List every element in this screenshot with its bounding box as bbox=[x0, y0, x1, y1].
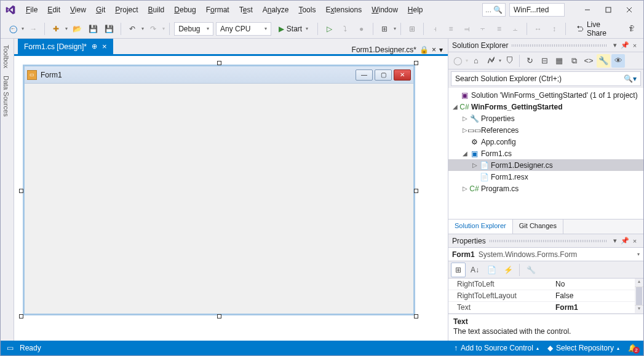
pin-icon[interactable]: ⊕ bbox=[92, 42, 97, 50]
hspace-button[interactable]: ↔ bbox=[531, 22, 545, 36]
prop-row[interactable]: TextForm1 bbox=[448, 302, 635, 314]
form-window[interactable]: ▭ Form1 — ▢ ✕ bbox=[23, 65, 415, 315]
se-code-icon[interactable]: <> bbox=[582, 54, 595, 68]
align-right-button[interactable]: ⫤ bbox=[460, 22, 474, 36]
form-minimize-button[interactable]: — bbox=[356, 69, 373, 81]
alphabetical-icon[interactable]: A↓ bbox=[467, 263, 482, 277]
form-close-button[interactable]: ✕ bbox=[394, 69, 411, 81]
tree-project[interactable]: ◢C#WinForms_GettingStarted bbox=[448, 101, 643, 113]
nav-fwd-button[interactable]: → bbox=[26, 22, 40, 36]
tree-solution[interactable]: ▣Solution 'WinForms_GettingStarted' (1 o… bbox=[448, 89, 643, 101]
resize-handle[interactable] bbox=[414, 314, 418, 318]
menu-analyze[interactable]: Analyze bbox=[258, 3, 293, 17]
start-debug-button[interactable]: ▶Start▾ bbox=[274, 22, 313, 36]
resize-handle[interactable] bbox=[414, 61, 418, 65]
close-tab2-icon[interactable]: × bbox=[432, 45, 436, 54]
nav-back-button[interactable]: ◯← bbox=[6, 22, 19, 36]
resize-handle[interactable] bbox=[19, 189, 23, 193]
prop-wrench-icon[interactable]: 🔧 bbox=[523, 263, 538, 277]
redo-button[interactable]: ↷ bbox=[146, 22, 160, 36]
menu-project[interactable]: Project bbox=[111, 3, 142, 17]
platform-combo[interactable]: Any CPU▾ bbox=[216, 22, 271, 36]
doctab-form1-design[interactable]: Form1.cs [Design]* ⊕ × bbox=[18, 39, 113, 54]
resize-handle[interactable] bbox=[414, 189, 418, 193]
pin-icon[interactable]: 📌 bbox=[620, 41, 630, 50]
align-center-button[interactable]: ≡ bbox=[444, 22, 458, 36]
categorized-icon[interactable]: ⊞ bbox=[451, 263, 466, 277]
tree-appconfig[interactable]: ⚙App.config bbox=[448, 136, 643, 148]
form-maximize-button[interactable]: ▢ bbox=[375, 69, 392, 81]
tree-properties[interactable]: ▷🔧Properties bbox=[448, 113, 643, 124]
tab-solution-explorer[interactable]: Solution Explorer bbox=[448, 220, 513, 234]
close-panel-icon[interactable]: × bbox=[630, 236, 640, 246]
menu-file[interactable]: File bbox=[22, 3, 42, 17]
select-repository-button[interactable]: ◆Select Repository▴ bbox=[547, 344, 619, 352]
menu-format[interactable]: Format bbox=[202, 3, 234, 17]
se-collapse-icon[interactable]: ⊟ bbox=[538, 54, 551, 68]
resize-handle[interactable] bbox=[217, 314, 221, 318]
prop-page-icon[interactable]: 📄 bbox=[484, 263, 499, 277]
align-left-button[interactable]: ⫞ bbox=[428, 22, 442, 36]
feedback-button[interactable]: 🕏 bbox=[625, 22, 638, 36]
maximize-button[interactable] bbox=[598, 2, 619, 17]
menu-tools[interactable]: Tools bbox=[294, 3, 320, 17]
align-top-button[interactable]: ⫟ bbox=[476, 22, 490, 36]
new-item-button[interactable]: ✚ bbox=[49, 22, 63, 36]
close-panel-icon[interactable]: × bbox=[630, 41, 640, 50]
se-home-icon[interactable]: ⌂ bbox=[469, 54, 483, 68]
tab-git-changes[interactable]: Git Changes bbox=[513, 220, 563, 234]
sidetab-datasources[interactable]: Data Sources bbox=[1, 72, 12, 121]
tree-resx[interactable]: 📄Form1.resx bbox=[448, 171, 643, 183]
undo-button[interactable]: ↶ bbox=[125, 22, 139, 36]
quick-search[interactable]: ... 🔍 bbox=[482, 3, 506, 17]
minimize-button[interactable] bbox=[577, 2, 598, 17]
se-refresh-icon[interactable]: ↻ bbox=[523, 54, 536, 68]
se-filter-icon[interactable]: ⛉ bbox=[503, 54, 516, 68]
se-preview-icon[interactable]: ⧉ bbox=[567, 54, 581, 68]
save-all-button[interactable]: 💾 bbox=[103, 22, 116, 36]
menu-build[interactable]: Build bbox=[144, 3, 169, 17]
menu-view[interactable]: View bbox=[66, 3, 90, 17]
menu-edit[interactable]: Edit bbox=[43, 3, 65, 17]
tab-overflow-icon[interactable]: ▾ bbox=[439, 45, 443, 54]
tree-program[interactable]: ▷C#Program.cs bbox=[448, 183, 643, 194]
sidetab-toolbox[interactable]: Toolbox bbox=[1, 41, 12, 72]
menu-debug[interactable]: Debug bbox=[170, 3, 200, 17]
pin-icon[interactable]: 📌 bbox=[620, 236, 630, 246]
se-back-icon[interactable]: ◯ bbox=[451, 54, 464, 68]
panel-menu-icon[interactable]: ▾ bbox=[610, 41, 620, 50]
close-tab-icon[interactable]: × bbox=[102, 42, 107, 51]
align-middle-button[interactable]: ≡ bbox=[492, 22, 506, 36]
tree-designer[interactable]: ▷📄Form1.Designer.cs bbox=[448, 159, 643, 171]
liveshare-button[interactable]: ⮌Live Share bbox=[573, 22, 622, 36]
prop-row[interactable]: RightToLeftLayoutFalse bbox=[448, 290, 635, 302]
menu-help[interactable]: Help bbox=[403, 3, 427, 17]
designer-canvas[interactable]: ▭ Form1 — ▢ ✕ bbox=[14, 54, 448, 341]
start-nodebug-button[interactable]: ▷ bbox=[322, 22, 336, 36]
tree-references[interactable]: ▷▭▭References bbox=[448, 124, 643, 136]
config-combo[interactable]: Debug▾ bbox=[174, 22, 213, 36]
breakpoint-button[interactable]: ● bbox=[354, 22, 368, 36]
align-bottom-button[interactable]: ⫠ bbox=[509, 22, 522, 36]
step-button[interactable]: ⤵ bbox=[338, 22, 352, 36]
se-showall-icon[interactable]: ▦ bbox=[552, 54, 566, 68]
menu-test[interactable]: Test bbox=[235, 3, 257, 17]
layout-button[interactable]: ⊞ bbox=[378, 22, 391, 36]
resize-handle[interactable] bbox=[217, 61, 221, 65]
prop-object-selector[interactable]: Form1 System.Windows.Forms.Form ▾ bbox=[448, 248, 643, 261]
se-view-icon[interactable]: 👁 bbox=[611, 54, 625, 68]
resize-handle[interactable] bbox=[19, 314, 23, 318]
open-button[interactable]: 📂 bbox=[70, 22, 84, 36]
close-button[interactable] bbox=[619, 2, 640, 17]
prop-scrollbar[interactable]: ▴ ▾ bbox=[635, 279, 643, 314]
se-search-input[interactable]: Search Solution Explorer (Ctrl+;) 🔍▾ bbox=[451, 71, 641, 86]
align-grid-button[interactable]: ⊞ bbox=[405, 22, 419, 36]
prop-row[interactable]: RightToLeftNo bbox=[448, 279, 635, 290]
events-icon[interactable]: ⚡ bbox=[501, 263, 515, 277]
menu-git[interactable]: Git bbox=[92, 3, 109, 17]
tree-form1[interactable]: ◢▣Form1.cs bbox=[448, 148, 643, 159]
add-source-control-button[interactable]: ↑Add to Source Control▴ bbox=[454, 344, 539, 352]
vspace-button[interactable]: ↕ bbox=[547, 22, 561, 36]
menu-extensions[interactable]: Extensions bbox=[321, 3, 366, 17]
se-properties-icon[interactable]: 🔧 bbox=[597, 54, 610, 68]
